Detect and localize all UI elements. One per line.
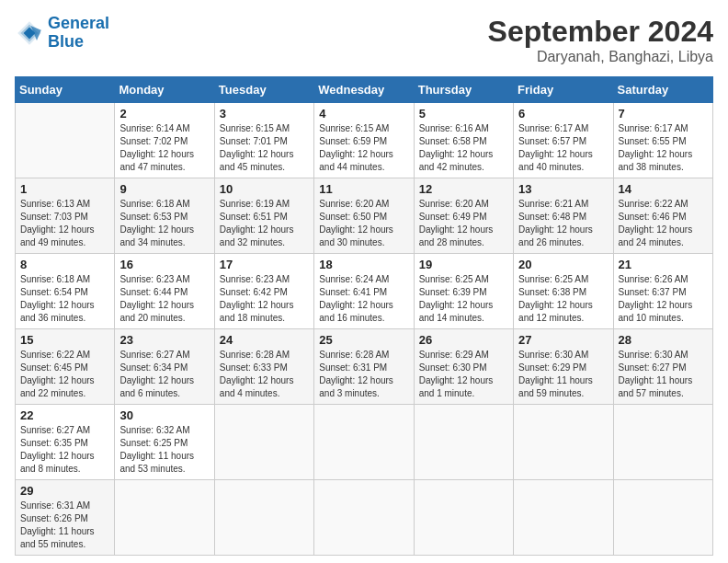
calendar-cell: 24Sunrise: 6:28 AM Sunset: 6:33 PM Dayli… — [214, 329, 313, 405]
cell-info: Sunrise: 6:30 AM Sunset: 6:29 PM Dayligh… — [518, 349, 608, 400]
calendar-cell: 1Sunrise: 6:13 AM Sunset: 7:03 PM Daylig… — [16, 178, 115, 254]
day-number: 9 — [119, 182, 209, 196]
calendar-cell: 2Sunrise: 6:14 AM Sunset: 7:02 PM Daylig… — [115, 103, 214, 178]
day-number: 15 — [20, 333, 109, 347]
day-number: 6 — [518, 107, 608, 121]
calendar-cell — [214, 480, 313, 556]
month-title: September 2024 — [488, 15, 713, 49]
calendar-cell: 14Sunrise: 6:22 AM Sunset: 6:46 PM Dayli… — [613, 178, 712, 254]
calendar-cell: 5Sunrise: 6:16 AM Sunset: 6:58 PM Daylig… — [414, 103, 513, 178]
day-header-saturday: Saturday — [613, 77, 712, 103]
calendar-cell — [414, 480, 513, 556]
calendar-cell: 30Sunrise: 6:32 AM Sunset: 6:25 PM Dayli… — [115, 405, 214, 480]
calendar-cell — [514, 405, 613, 480]
day-number: 17 — [220, 258, 309, 271]
calendar-cell: 10Sunrise: 6:19 AM Sunset: 6:51 PM Dayli… — [214, 178, 313, 254]
day-number: 28 — [619, 333, 708, 347]
title-block: September 2024 Daryanah, Banghazi, Libya — [488, 15, 713, 65]
cell-info: Sunrise: 6:25 AM Sunset: 6:38 PM Dayligh… — [518, 273, 608, 325]
calendar-cell: 3Sunrise: 6:15 AM Sunset: 7:01 PM Daylig… — [214, 103, 313, 178]
cell-info: Sunrise: 6:18 AM Sunset: 6:53 PM Dayligh… — [119, 198, 209, 249]
calendar-cell: 7Sunrise: 6:17 AM Sunset: 6:55 PM Daylig… — [613, 103, 712, 178]
calendar-cell — [514, 480, 613, 556]
calendar-cell: 8Sunrise: 6:18 AM Sunset: 6:54 PM Daylig… — [16, 254, 115, 329]
cell-info: Sunrise: 6:27 AM Sunset: 6:35 PM Dayligh… — [20, 424, 109, 476]
cell-info: Sunrise: 6:28 AM Sunset: 6:33 PM Dayligh… — [220, 349, 309, 400]
page-header: General Blue September 2024 Daryanah, Ba… — [15, 15, 713, 65]
day-number: 22 — [20, 408, 109, 422]
cell-info: Sunrise: 6:27 AM Sunset: 6:34 PM Dayligh… — [119, 349, 209, 400]
calendar-cell: 22Sunrise: 6:27 AM Sunset: 6:35 PM Dayli… — [16, 405, 115, 480]
day-number: 25 — [319, 333, 408, 347]
day-number: 26 — [419, 333, 508, 347]
location: Daryanah, Banghazi, Libya — [488, 49, 713, 65]
cell-info: Sunrise: 6:26 AM Sunset: 6:37 PM Dayligh… — [619, 273, 708, 325]
cell-info: Sunrise: 6:29 AM Sunset: 6:30 PM Dayligh… — [419, 349, 508, 400]
cell-info: Sunrise: 6:23 AM Sunset: 6:42 PM Dayligh… — [220, 273, 309, 325]
cell-info: Sunrise: 6:17 AM Sunset: 6:57 PM Dayligh… — [518, 122, 608, 174]
day-number: 1 — [20, 182, 109, 196]
day-header-monday: Monday — [115, 77, 214, 103]
day-number: 18 — [319, 258, 408, 271]
cell-info: Sunrise: 6:28 AM Sunset: 6:31 PM Dayligh… — [319, 349, 408, 400]
cell-info: Sunrise: 6:21 AM Sunset: 6:48 PM Dayligh… — [518, 198, 608, 249]
calendar-cell: 21Sunrise: 6:26 AM Sunset: 6:37 PM Dayli… — [613, 254, 712, 329]
calendar-cell — [414, 405, 513, 480]
calendar-header-row: SundayMondayTuesdayWednesdayThursdayFrid… — [16, 77, 713, 103]
day-number: 16 — [119, 258, 209, 271]
calendar-cell: 23Sunrise: 6:27 AM Sunset: 6:34 PM Dayli… — [115, 329, 214, 405]
day-number: 19 — [419, 258, 508, 271]
cell-info: Sunrise: 6:25 AM Sunset: 6:39 PM Dayligh… — [419, 273, 508, 325]
day-number: 12 — [419, 182, 508, 196]
logo-icon — [15, 18, 44, 48]
cell-info: Sunrise: 6:22 AM Sunset: 6:46 PM Dayligh… — [619, 198, 708, 249]
calendar-cell: 18Sunrise: 6:24 AM Sunset: 6:41 PM Dayli… — [314, 254, 414, 329]
calendar-cell — [314, 480, 414, 556]
calendar-cell: 15Sunrise: 6:22 AM Sunset: 6:45 PM Dayli… — [16, 329, 115, 405]
day-number: 29 — [20, 484, 109, 498]
cell-info: Sunrise: 6:18 AM Sunset: 6:54 PM Dayligh… — [20, 273, 109, 325]
calendar-cell: 13Sunrise: 6:21 AM Sunset: 6:48 PM Dayli… — [514, 178, 613, 254]
cell-info: Sunrise: 6:20 AM Sunset: 6:49 PM Dayligh… — [419, 198, 508, 249]
cell-info: Sunrise: 6:32 AM Sunset: 6:25 PM Dayligh… — [119, 424, 209, 476]
day-number: 8 — [20, 258, 109, 271]
calendar-cell: 9Sunrise: 6:18 AM Sunset: 6:53 PM Daylig… — [115, 178, 214, 254]
calendar-week-row: 29Sunrise: 6:31 AM Sunset: 6:26 PM Dayli… — [16, 480, 713, 556]
calendar-cell — [115, 480, 214, 556]
day-header-friday: Friday — [514, 77, 613, 103]
day-header-wednesday: Wednesday — [314, 77, 414, 103]
cell-info: Sunrise: 6:23 AM Sunset: 6:44 PM Dayligh… — [119, 273, 209, 325]
day-header-tuesday: Tuesday — [214, 77, 313, 103]
cell-info: Sunrise: 6:14 AM Sunset: 7:02 PM Dayligh… — [119, 122, 209, 174]
calendar-week-row: 2Sunrise: 6:14 AM Sunset: 7:02 PM Daylig… — [16, 103, 713, 178]
calendar-cell — [613, 405, 712, 480]
day-header-thursday: Thursday — [414, 77, 513, 103]
day-number: 4 — [319, 107, 408, 121]
day-number: 14 — [619, 182, 708, 196]
logo-line2: Blue — [48, 32, 84, 51]
day-number: 5 — [419, 107, 508, 121]
calendar-week-row: 22Sunrise: 6:27 AM Sunset: 6:35 PM Dayli… — [16, 405, 713, 480]
cell-info: Sunrise: 6:31 AM Sunset: 6:26 PM Dayligh… — [20, 500, 109, 551]
calendar-cell: 12Sunrise: 6:20 AM Sunset: 6:49 PM Dayli… — [414, 178, 513, 254]
cell-info: Sunrise: 6:15 AM Sunset: 6:59 PM Dayligh… — [319, 122, 408, 174]
cell-info: Sunrise: 6:20 AM Sunset: 6:50 PM Dayligh… — [319, 198, 408, 249]
day-number: 21 — [619, 258, 708, 271]
logo-text: General Blue — [48, 15, 109, 52]
calendar-cell: 27Sunrise: 6:30 AM Sunset: 6:29 PM Dayli… — [514, 329, 613, 405]
day-number: 30 — [119, 408, 209, 422]
day-number: 7 — [619, 107, 708, 121]
calendar-cell: 26Sunrise: 6:29 AM Sunset: 6:30 PM Dayli… — [414, 329, 513, 405]
calendar-cell: 17Sunrise: 6:23 AM Sunset: 6:42 PM Dayli… — [214, 254, 313, 329]
calendar-cell: 11Sunrise: 6:20 AM Sunset: 6:50 PM Dayli… — [314, 178, 414, 254]
day-number: 23 — [119, 333, 209, 347]
calendar-week-row: 1Sunrise: 6:13 AM Sunset: 7:03 PM Daylig… — [16, 178, 713, 254]
day-header-sunday: Sunday — [16, 77, 115, 103]
calendar-cell: 16Sunrise: 6:23 AM Sunset: 6:44 PM Dayli… — [115, 254, 214, 329]
calendar-week-row: 8Sunrise: 6:18 AM Sunset: 6:54 PM Daylig… — [16, 254, 713, 329]
cell-info: Sunrise: 6:15 AM Sunset: 7:01 PM Dayligh… — [220, 122, 309, 174]
calendar-cell: 4Sunrise: 6:15 AM Sunset: 6:59 PM Daylig… — [314, 103, 414, 178]
day-number: 11 — [319, 182, 408, 196]
calendar-week-row: 15Sunrise: 6:22 AM Sunset: 6:45 PM Dayli… — [16, 329, 713, 405]
day-number: 27 — [518, 333, 608, 347]
